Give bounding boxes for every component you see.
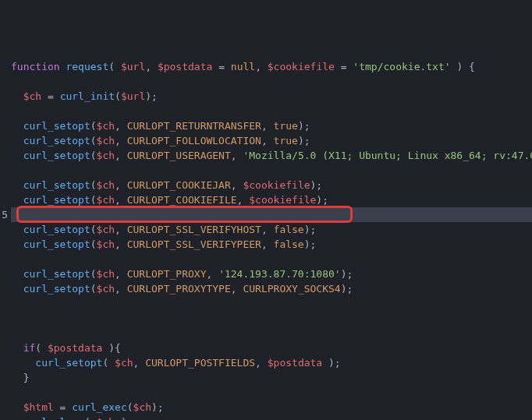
token-func: curl_init [60,90,115,102]
token-plain [11,357,35,369]
token-var: $ch [23,90,41,102]
token-var: $ch [97,194,115,206]
token-punct: , [115,150,127,161]
token-punct: ); [304,238,317,250]
token-punct: , [261,120,274,132]
token-punct: ( [90,238,97,250]
token-punct: ); [298,135,310,146]
token-punct: ); [298,120,310,132]
token-func: curl_setopt [23,238,90,250]
token-func: curl_setopt [23,179,90,191]
code-line[interactable]: function request( $url, $postdata = null… [11,59,532,74]
token-punct: , [133,357,146,369]
token-punct: ( [90,135,97,146]
line-number [0,133,8,148]
code-line[interactable]: curl_setopt($ch, CURLOPT_SSL_VERIFYPEER,… [11,237,532,252]
line-number [0,178,8,192]
code-line[interactable] [11,252,532,266]
code-line[interactable] [11,104,532,118]
token-punct: , [115,238,127,250]
code-line[interactable]: } [11,370,532,385]
token-func: request [66,61,108,72]
token-var: $ch [133,401,151,413]
token-bool: false [274,224,304,235]
code-line[interactable] [11,326,532,341]
code-line[interactable]: $html = curl_exec($ch); [11,400,532,415]
token-var: $ch [97,135,115,146]
token-plain: = [212,61,230,72]
token-const: CURLOPT_USERAGENT [127,150,231,161]
token-plain: = [41,90,59,102]
token-plain [11,224,23,235]
line-number [0,281,8,296]
token-bool: false [274,238,304,250]
token-punct: , [255,61,268,72]
code-line[interactable]: curl_setopt($ch, CURLOPT_RETURNTRANSFER,… [11,118,532,133]
token-punct: , [231,179,243,191]
line-number [0,15,8,30]
token-punct: ); [328,357,341,369]
code-line[interactable]: curl_setopt($ch, CURLOPT_USERAGENT, 'Moz… [11,148,532,163]
token-func: curl_setopt [23,224,90,235]
code-editor[interactable]: 5 function request( $url, $postdata = nu… [0,0,532,420]
code-line[interactable] [11,163,532,178]
line-number [0,252,8,266]
code-line[interactable]: curl_setopt($ch, CURLOPT_COOKIEFILE, $co… [11,192,532,207]
token-var: $cookiefile [249,194,316,206]
code-line[interactable]: if( $postdata ){ [11,341,532,355]
token-var: $postdata [48,342,102,354]
token-var: $url [121,61,145,72]
token-punct: , [115,268,127,280]
token-plain [11,194,23,206]
line-number [0,266,8,281]
code-line[interactable]: curl_setopt($ch, CURLOPT_FOLLOWLOCATION,… [11,133,532,148]
code-line[interactable]: curl_setopt($ch, CURLOPT_COOKIEJAR, $coo… [11,178,532,192]
token-const: CURLOPT_COOKIEFILE [127,194,237,206]
token-punct: , [115,224,127,235]
token-punct: ( [84,416,97,420]
code-area[interactable]: function request( $url, $postdata = null… [11,0,532,420]
line-number [0,30,8,44]
token-punct: ); [145,90,158,102]
line-number [0,385,8,400]
token-punct: , [231,150,243,161]
token-punct: , [115,283,127,295]
code-line[interactable] [11,385,532,400]
token-punct: , [115,120,127,132]
code-line[interactable]: curl_close( $ch ); [11,415,532,420]
code-line[interactable]: curl_setopt($ch, CURLOPT_SSL_VERIFYHOST,… [11,222,532,237]
token-punct: ( [90,224,97,235]
token-func: curl_close [23,416,84,420]
token-const: CURLOPT_PROXYTYPE [127,283,231,295]
code-line[interactable]: curl_setopt( $ch, CURLOPT_POSTFIELDS, $p… [11,355,532,370]
token-punct: ( [35,342,48,354]
token-punct: ){ [108,342,121,354]
line-number [0,415,8,420]
code-line[interactable] [11,311,532,326]
token-punct: ); [121,416,133,420]
token-plain [11,342,23,354]
line-number [0,163,8,178]
token-func: curl_setopt [23,283,90,295]
token-plain: = [335,61,353,72]
token-punct: ); [304,224,317,235]
token-plain [11,135,23,146]
code-line[interactable]: $ch = curl_init($url); [11,89,532,104]
token-punct: ( [102,357,115,369]
token-plain [11,150,23,161]
token-func: curl_setopt [35,357,102,369]
token-plain [11,283,23,295]
line-number [0,370,8,385]
code-line[interactable] [11,74,532,89]
code-line[interactable]: curl_setopt($ch, CURLOPT_PROXY, '124.193… [11,266,532,281]
code-line[interactable] [11,296,532,311]
token-var: $ch [97,238,115,250]
code-line[interactable]: curl_setopt($ch, CURLOPT_PROXYTYPE, CURL… [11,281,532,296]
token-punct: ( [127,401,133,413]
line-number [0,44,8,59]
token-var: $ch [97,268,115,280]
token-keyword: if [23,342,36,354]
line-number [0,74,8,89]
token-string: 'Mozilla/5.0 (X11; Ubuntu; Linux x86_64;… [243,150,532,161]
token-punct: ( [90,194,97,206]
